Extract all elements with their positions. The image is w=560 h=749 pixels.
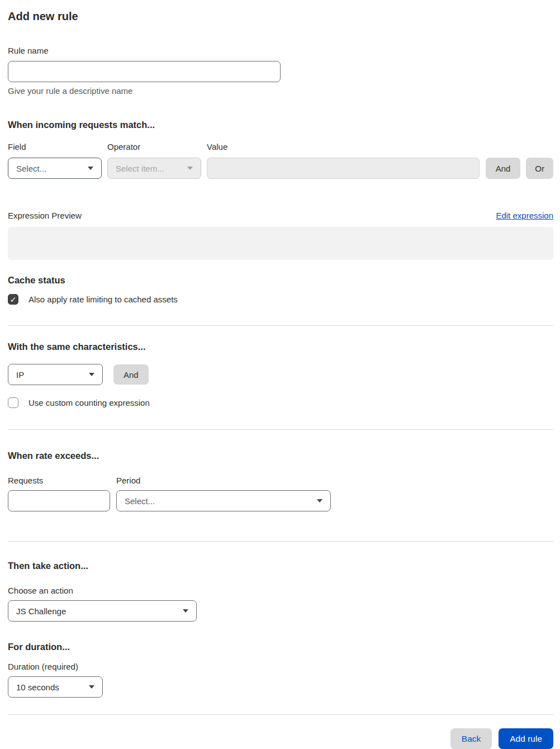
cache-status-heading: Cache status [8,275,553,286]
action-heading: Then take action... [8,561,553,571]
duration-section: For duration... Duration (required) 10 s… [8,642,553,698]
requests-label: Requests [8,476,110,485]
custom-counting-expression-label: Use custom counting expression [29,398,150,407]
cached-assets-checkbox-label: Also apply rate limiting to cached asset… [29,295,178,304]
counting-expression-row: Use custom counting expression [8,397,553,408]
field-label: Field [8,142,102,151]
action-select-value: JS Challenge [16,606,66,616]
add-rule-button[interactable]: Add rule [499,728,553,749]
duration-label: Duration (required) [8,662,553,671]
characteristics-row: IP And [8,364,553,385]
rule-name-label: Rule name [8,46,553,55]
duration-select[interactable]: 10 seconds [8,676,103,698]
divider [8,429,553,430]
operator-select: Select item... [107,158,201,179]
page-title: Add new rule [8,10,553,23]
add-characteristic-and-button[interactable]: And [113,364,149,385]
rule-name-input[interactable] [8,61,281,82]
match-section: When incoming requests match... Field Se… [8,120,553,260]
duration-select-value: 10 seconds [16,682,59,692]
operator-label: Operator [107,142,201,151]
match-expression-row: Field Select... Operator Select item... … [8,142,553,179]
cache-status-section: Cache status ✓ Also apply rate limiting … [8,275,553,305]
operator-select-placeholder: Select item... [116,164,164,173]
custom-counting-expression-checkbox[interactable] [8,397,18,408]
expression-preview-header: Expression Preview Edit expression [8,211,553,220]
checkmark-icon: ✓ [10,296,17,304]
action-section: Then take action... Choose an action JS … [8,561,553,622]
footer-actions: Back Add rule [8,728,553,749]
characteristics-heading: With the same characteristics... [8,342,553,352]
back-button[interactable]: Back [450,728,492,749]
rule-name-group: Rule name Give your rule a descriptive n… [8,46,553,96]
period-select-placeholder: Select... [125,496,155,506]
expression-preview-label: Expression Preview [8,211,82,220]
chevron-down-icon [89,685,94,689]
period-select[interactable]: Select... [116,490,331,511]
characteristic-select-value: IP [16,370,24,380]
and-condition-button[interactable]: And [486,158,521,179]
divider [8,714,553,715]
chevron-down-icon [88,167,93,170]
field-select[interactable]: Select... [8,158,102,179]
rate-section: When rate exceeds... Requests Period Sel… [8,451,553,511]
rate-heading: When rate exceeds... [8,451,553,461]
characteristics-section: With the same characteristics... IP And … [8,342,553,408]
rate-row: Requests Period Select... [8,476,553,511]
divider [8,541,553,542]
value-label: Value [207,142,480,151]
choose-action-label: Choose an action [8,586,553,595]
cache-checkbox-row: ✓ Also apply rate limiting to cached ass… [8,294,553,305]
field-select-placeholder: Select... [16,164,46,173]
chevron-down-icon [317,499,322,503]
or-condition-button[interactable]: Or [526,158,553,179]
requests-input[interactable] [8,490,110,511]
characteristic-select[interactable]: IP [8,364,103,385]
period-label: Period [116,476,331,485]
duration-heading: For duration... [8,642,553,652]
expression-preview-box [8,227,553,260]
cached-assets-checkbox[interactable]: ✓ [8,294,18,305]
chevron-down-icon [183,609,188,613]
action-select[interactable]: JS Challenge [8,600,197,622]
edit-expression-link[interactable]: Edit expression [496,211,553,220]
rule-name-helper: Give your rule a descriptive name [8,86,553,96]
value-input [207,158,480,179]
chevron-down-icon [187,167,193,170]
match-section-heading: When incoming requests match... [8,120,553,130]
chevron-down-icon [89,373,94,376]
divider [8,325,553,326]
